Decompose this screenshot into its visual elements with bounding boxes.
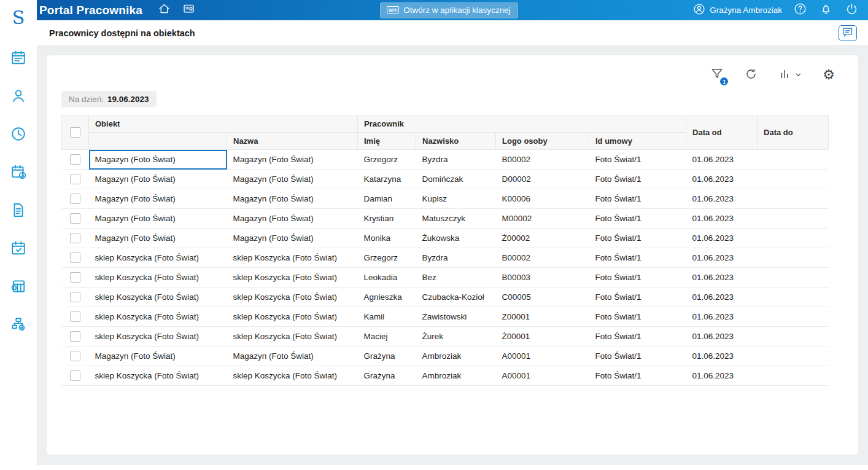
cell-obiekt[interactable]: Magazyn (Foto Świat): [89, 150, 227, 170]
cell-obiekt[interactable]: Magazyn (Foto Świat): [89, 170, 227, 189]
sidebar-item-calendar[interactable]: [10, 50, 27, 68]
cell-nazwa[interactable]: Magazyn (Foto Świat): [227, 209, 358, 229]
cell-nazwisko[interactable]: Byzdra: [416, 248, 496, 268]
cell-imie[interactable]: Grzegorz: [358, 248, 416, 268]
cell-logo[interactable]: B00003: [496, 268, 589, 288]
cell-imie[interactable]: Grażyna: [358, 366, 416, 386]
cell-umowa[interactable]: Foto Świat/1: [589, 366, 686, 386]
cell-do[interactable]: [758, 366, 829, 386]
cell-nazwisko[interactable]: Czubacka-Kozioł: [416, 288, 496, 307]
cell-logo[interactable]: K00006: [496, 189, 589, 209]
cell-nazwa[interactable]: sklep Koszycka (Foto Świat): [227, 288, 358, 307]
row-checkbox[interactable]: [70, 331, 80, 342]
cell-od[interactable]: 01.06.2023: [686, 189, 758, 209]
cell-od[interactable]: 01.06.2023: [686, 366, 758, 386]
cell-nazwisko[interactable]: Kupisz: [416, 189, 496, 209]
cell-imie[interactable]: Kamil: [358, 307, 416, 327]
notifications-button[interactable]: [818, 2, 834, 18]
header-logo-osoby[interactable]: Logo osoby: [496, 133, 589, 150]
row-checkbox[interactable]: [70, 194, 80, 204]
cell-obiekt[interactable]: sklep Koszycka (Foto Świat): [89, 248, 227, 268]
cell-obiekt[interactable]: Magazyn (Foto Świat): [89, 347, 227, 366]
help-button[interactable]: [792, 2, 808, 18]
cell-umowa[interactable]: Foto Świat/1: [589, 327, 686, 347]
home-button[interactable]: [156, 2, 172, 18]
feedback-button[interactable]: [839, 25, 857, 41]
cell-nazwisko[interactable]: Bez: [416, 268, 496, 288]
cell-do[interactable]: [758, 189, 829, 209]
header-data-od[interactable]: Data od: [686, 116, 758, 150]
logout-button[interactable]: [843, 2, 859, 18]
cell-imie[interactable]: Grzegorz: [358, 150, 416, 170]
sidebar-item-employees[interactable]: [10, 88, 27, 106]
cell-od[interactable]: 01.06.2023: [686, 347, 758, 366]
cell-imie[interactable]: Grażyna: [358, 347, 416, 366]
cell-nazwisko[interactable]: Ambroziak: [416, 347, 496, 366]
cell-imie[interactable]: Katarzyna: [358, 170, 416, 189]
cell-obiekt[interactable]: Magazyn (Foto Świat): [89, 229, 227, 248]
cell-obiekt[interactable]: sklep Koszycka (Foto Świat): [89, 288, 227, 307]
cell-nazwisko[interactable]: Byzdra: [416, 150, 496, 170]
as-of-date-chip[interactable]: Na dzień: 19.06.2023: [61, 91, 157, 108]
cell-do[interactable]: [758, 248, 829, 268]
cell-obiekt[interactable]: Magazyn (Foto Świat): [89, 189, 227, 209]
cell-nazwa[interactable]: sklep Koszycka (Foto Świat): [227, 268, 358, 288]
row-checkbox[interactable]: [70, 370, 80, 381]
cell-od[interactable]: 01.06.2023: [686, 170, 758, 189]
open-classic-button[interactable]: WPF Otwórz w aplikacji klasycznej: [380, 2, 519, 18]
header-nazwisko[interactable]: Nazwisko: [416, 133, 496, 150]
row-checkbox[interactable]: [70, 253, 80, 263]
cell-imie[interactable]: Damian: [358, 189, 416, 209]
cell-nazwa[interactable]: sklep Koszycka (Foto Świat): [227, 366, 358, 386]
cell-od[interactable]: 01.06.2023: [686, 229, 758, 248]
cell-umowa[interactable]: Foto Świat/1: [589, 189, 686, 209]
cell-imie[interactable]: Leokadia: [358, 268, 416, 288]
cell-nazwisko[interactable]: Żukowska: [416, 229, 496, 248]
row-checkbox[interactable]: [70, 213, 80, 224]
cell-od[interactable]: 01.06.2023: [686, 327, 758, 347]
cell-imie[interactable]: Krystian: [358, 209, 416, 229]
cell-od[interactable]: 01.06.2023: [686, 209, 758, 229]
row-checkbox[interactable]: [70, 292, 80, 302]
row-checkbox[interactable]: [70, 272, 80, 283]
header-id-umowy[interactable]: Id umowy: [589, 133, 686, 150]
sidebar-item-requests[interactable]: [10, 241, 27, 258]
cell-nazwa[interactable]: sklep Koszycka (Foto Świat): [227, 327, 358, 347]
cell-do[interactable]: [758, 229, 829, 248]
cell-umowa[interactable]: Foto Świat/1: [589, 268, 686, 288]
sidebar-item-documents[interactable]: [10, 203, 27, 220]
sidebar-item-schedule[interactable]: [10, 165, 27, 182]
cell-do[interactable]: [758, 209, 829, 229]
cell-logo[interactable]: D00002: [496, 170, 589, 189]
cell-umowa[interactable]: Foto Świat/1: [589, 229, 686, 248]
cell-imie[interactable]: Agnieszka: [358, 288, 416, 307]
header-pracownik[interactable]: Pracownik: [358, 116, 686, 133]
cell-nazwisko[interactable]: Zawistowski: [416, 307, 496, 327]
header-data-do[interactable]: Data do: [758, 116, 829, 150]
cell-obiekt[interactable]: sklep Koszycka (Foto Świat): [89, 268, 227, 288]
settings-button[interactable]: ⚙: [823, 68, 835, 82]
refresh-button[interactable]: [745, 68, 758, 83]
news-panel-button[interactable]: [180, 2, 196, 18]
cell-od[interactable]: 01.06.2023: [686, 150, 758, 170]
cell-do[interactable]: [758, 327, 829, 347]
chart-view-button[interactable]: [778, 67, 802, 83]
row-checkbox[interactable]: [70, 311, 80, 322]
cell-do[interactable]: [758, 150, 829, 170]
cell-obiekt[interactable]: Magazyn (Foto Świat): [89, 209, 227, 229]
header-nazwa[interactable]: Nazwa: [227, 133, 358, 150]
sidebar-item-time[interactable]: [10, 127, 27, 144]
row-checkbox[interactable]: [70, 233, 80, 243]
cell-do[interactable]: [758, 268, 829, 288]
cell-do[interactable]: [758, 347, 829, 366]
cell-nazwa[interactable]: sklep Koszycka (Foto Świat): [227, 307, 358, 327]
cell-nazwa[interactable]: Magazyn (Foto Świat): [227, 347, 358, 366]
cell-umowa[interactable]: Foto Świat/1: [589, 307, 686, 327]
cell-logo[interactable]: B00002: [496, 248, 589, 268]
cell-umowa[interactable]: Foto Świat/1: [589, 150, 686, 170]
cell-od[interactable]: 01.06.2023: [686, 288, 758, 307]
cell-umowa[interactable]: Foto Świat/1: [589, 288, 686, 307]
cell-nazwisko[interactable]: Ambroziak: [416, 366, 496, 386]
cell-nazwa[interactable]: Magazyn (Foto Świat): [227, 150, 358, 170]
cell-umowa[interactable]: Foto Świat/1: [589, 248, 686, 268]
